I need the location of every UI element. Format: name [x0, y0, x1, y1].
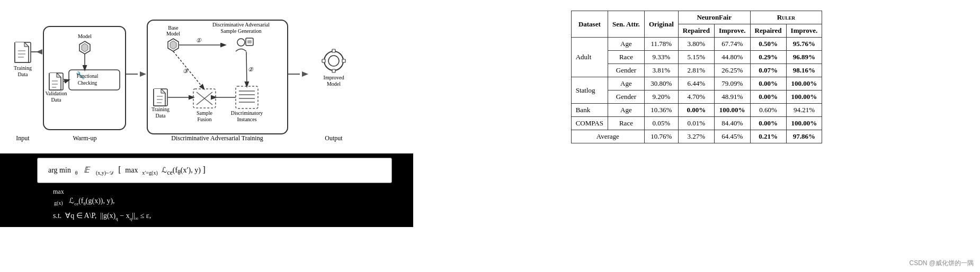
- cell-bank-ruler-imp: 94.21%: [786, 104, 822, 117]
- cell-adult-race-nf-rep: 5.15%: [678, 51, 714, 64]
- sample-fusion-label: Sample: [197, 110, 213, 116]
- cell-statlog-gender-nf-imp: 48.91%: [714, 90, 750, 104]
- svg-text:Sample Generation: Sample Generation: [221, 28, 262, 34]
- cell-gender: Gender: [608, 64, 644, 77]
- table-row: COMPAS Race 0.05% 0.01% 84.40% 0.00% 100…: [571, 117, 822, 130]
- table-row: Race 9.33% 5.15% 44.80% 0.29% 96.89%: [571, 51, 822, 64]
- cell-adult-race-ruler-rep: 0.29%: [750, 51, 786, 64]
- cell-compas-ruler-imp: 100.00%: [786, 117, 822, 130]
- cell-statlog-gender-nf-rep: 4.70%: [678, 90, 714, 104]
- dat-label: Discriminative Adversarial Training: [171, 134, 263, 142]
- col-ruler-improve: Improve.: [786, 24, 822, 38]
- cell-avg-nf-rep: 3.27%: [678, 130, 714, 143]
- col-nf-improve: Improve.: [714, 24, 750, 38]
- cell-compas-ruler-rep: 0.00%: [750, 117, 786, 130]
- col-sen-attr: Sen. Attr.: [608, 11, 644, 38]
- cell-statlog-age: Age: [608, 77, 644, 90]
- cell-bank-orig: 10.36%: [644, 104, 678, 117]
- svg-text:Fusion: Fusion: [197, 116, 211, 122]
- arrow-circ2: [246, 52, 247, 86]
- model-hex-inner: [82, 43, 88, 52]
- training-data-label: Training: [14, 65, 32, 71]
- cell-statlog-age-orig: 30.80%: [644, 77, 678, 90]
- col-ruler-repaired: Repaired: [750, 24, 786, 38]
- cell-compas-nf-imp: 84.40%: [714, 117, 750, 130]
- disc-adv-label: Discriminative Adversarial: [212, 22, 270, 28]
- cell-avg-orig: 10.76%: [644, 130, 678, 143]
- cell-bank-ruler-rep: 0.60%: [750, 104, 786, 117]
- cell-compas-race: Race: [608, 117, 644, 130]
- circ2-label: ②: [248, 66, 254, 72]
- table-row: Gender 9.20% 4.70% 48.91% 0.00% 100.00%: [571, 90, 822, 104]
- person-head: [237, 39, 245, 46]
- svg-rect-32: [322, 59, 325, 62]
- warmup-label: Warm-up: [73, 134, 96, 142]
- math-argmin-line: arg min θ 𝔼 (x,y)~𝒟 [ max x′=g(x) ℒce(fθ…: [48, 162, 381, 178]
- dat-box: [147, 20, 288, 134]
- svg-rect-30: [332, 49, 335, 52]
- watermark: CSDN @威化饼的一隅: [909, 259, 974, 268]
- cell-adult-gender-ruler-imp: 98.16%: [786, 64, 822, 77]
- cell-adult-gender-orig: 3.81%: [644, 64, 678, 77]
- cell-avg-nf-imp: 64.45%: [714, 130, 750, 143]
- svg-text:Data: Data: [156, 113, 166, 119]
- cell-adult-race-nf-imp: 44.80%: [714, 51, 750, 64]
- left-panel: Training Data Model Validation Data: [0, 0, 413, 272]
- cell-adult-race-orig: 9.33%: [644, 51, 678, 64]
- improved-model-inner: [328, 56, 339, 66]
- col-original: Original: [644, 11, 678, 38]
- right-panel: Dataset Sen. Attr. Original NeuronFair R…: [413, 0, 980, 272]
- cell-bank-age: Age: [608, 104, 644, 117]
- cell-bank: Bank: [571, 104, 608, 117]
- cell-statlog-gender-ruler-rep: 0.00%: [750, 90, 786, 104]
- circ1-label: ①: [196, 37, 202, 43]
- output-label: Output: [325, 134, 343, 142]
- cell-adult: Adult: [571, 38, 608, 77]
- cell-statlog-gender-orig: 9.20%: [644, 90, 678, 104]
- col-neuronfair: NeuronFair: [678, 11, 750, 24]
- arrow-3: [302, 71, 308, 77]
- cell-adult-age-nf-rep: 3.80%: [678, 38, 714, 51]
- disc-instances-label: Discriminatory: [231, 110, 263, 116]
- arrow-2: [140, 71, 146, 77]
- disc-instances-box: [236, 86, 258, 108]
- cell-adult-gender-nf-imp: 26.25%: [714, 64, 750, 77]
- cell-statlog: Statlog: [571, 77, 608, 104]
- svg-text:Model: Model: [166, 31, 180, 37]
- cell-statlog-age-ruler-imp: 100.00%: [786, 77, 822, 90]
- col-dataset: Dataset: [571, 11, 608, 38]
- cell-adult-age-nf-imp: 67.74%: [714, 38, 750, 51]
- model-label: Model: [78, 33, 92, 39]
- svg-text:Data: Data: [51, 97, 61, 103]
- cell-statlog-age-ruler-rep: 0.00%: [750, 77, 786, 90]
- cell-adult-age-ruler-rep: 0.50%: [750, 38, 786, 51]
- math-st-line: s.t. ∀q ∈ A\P, ||g(x)q − xq||∞ ≤ ε,: [53, 209, 392, 223]
- table-row: Statlog Age 30.80% 6.44% 79.09% 0.00% 10…: [571, 77, 822, 90]
- cell-statlog-age-nf-imp: 79.09%: [714, 77, 750, 90]
- cell-adult-race-ruler-imp: 96.89%: [786, 51, 822, 64]
- svg-text:Checking: Checking: [78, 80, 97, 86]
- cell-compas-nf-rep: 0.01%: [678, 117, 714, 130]
- val-data-label: Validation: [45, 90, 67, 96]
- functional-checking-label: Functional: [77, 74, 99, 79]
- improved-model-label: Improved: [324, 75, 344, 80]
- cell-statlog-gender: Gender: [608, 90, 644, 104]
- base-model-label: Base: [168, 25, 179, 31]
- cell-statlog-age-nf-rep: 6.44%: [678, 77, 714, 90]
- cell-age: Age: [608, 38, 644, 51]
- cell-statlog-gender-ruler-imp: 100.00%: [786, 90, 822, 104]
- cell-adult-gender-ruler-rep: 0.07%: [750, 64, 786, 77]
- circ3-label: ③: [183, 68, 189, 74]
- cell-adult-age-ruler-imp: 95.76%: [786, 38, 822, 51]
- cell-adult-age-orig: 11.78%: [644, 38, 678, 51]
- input-label: Input: [16, 134, 30, 142]
- svg-rect-33: [342, 59, 345, 62]
- table-row: Gender 3.81% 2.81% 26.25% 0.07% 98.16%: [571, 64, 822, 77]
- result-table: Dataset Sen. Attr. Original NeuronFair R…: [571, 11, 823, 143]
- dat-train-label: Training: [152, 106, 170, 112]
- math-area: arg min θ 𝔼 (x,y)~𝒟 [ max x′=g(x) ℒce(fθ…: [0, 153, 413, 227]
- math-max-line: maxg(x) ℒce(fθ(g(x)), y),: [53, 186, 392, 209]
- table-row: Adult Age 11.78% 3.80% 67.74% 0.50% 95.7…: [571, 38, 822, 51]
- cell-compas-orig: 0.05%: [644, 117, 678, 130]
- svg-text:Instances: Instances: [237, 116, 256, 122]
